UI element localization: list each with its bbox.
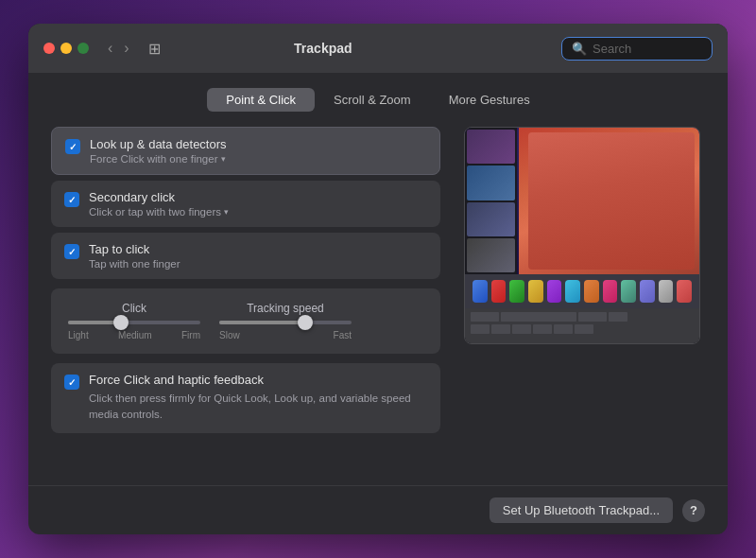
content-area: Point & Click Scroll & Zoom More Gesture… <box>28 73 728 485</box>
force-click-text: Force Click and haptic feedback Click th… <box>89 373 427 424</box>
sliders-section: Click Light Medium Firm Tracki <box>51 288 440 354</box>
click-slider-mid-label: Medium <box>118 330 152 340</box>
dock-bar <box>465 274 699 308</box>
main-window: ‹ › ⊞ Trackpad 🔍 Point & Click Scroll & … <box>28 24 728 534</box>
tracking-slider-group: Tracking speed Slow Fast <box>219 302 352 340</box>
bottom-bar: Set Up Bluetooth Trackpad... ? <box>28 485 728 534</box>
dock-icon-11 <box>659 280 674 303</box>
tracking-slider-fill <box>219 321 305 324</box>
search-input[interactable] <box>593 42 706 56</box>
click-slider-group: Click Light Medium Firm <box>68 302 200 340</box>
dock-icon-5 <box>547 280 562 303</box>
lookup-dropdown-arrow[interactable]: ▾ <box>221 154 226 164</box>
dock-icon-10 <box>640 280 655 303</box>
minimize-button[interactable] <box>60 43 72 54</box>
key-spacebar <box>501 312 576 322</box>
photo-grid-sidebar <box>465 128 517 274</box>
tab-bar: Point & Click Scroll & Zoom More Gesture… <box>51 88 705 112</box>
dock-icon-4 <box>528 280 543 303</box>
lookup-option-text: Look up & data detectors Force Click wit… <box>90 137 227 165</box>
tracking-slider-labels: Slow Fast <box>219 330 352 340</box>
click-slider-thumb[interactable] <box>113 315 129 330</box>
fullscreen-button[interactable] <box>77 43 89 54</box>
click-slider-labels: Light Medium Firm <box>68 330 200 340</box>
secondary-click-option-title: Secondary click <box>89 190 229 204</box>
key-6 <box>575 324 593 334</box>
key-1 <box>471 324 490 334</box>
dock-icon-8 <box>603 280 618 303</box>
lookup-checkbox[interactable] <box>65 139 80 154</box>
keyboard-row-2 <box>471 324 694 334</box>
force-click-title: Force Click and haptic feedback <box>89 373 427 387</box>
tap-to-click-option-text: Tap to click Tap with one finger <box>89 242 180 270</box>
click-slider-label: Click <box>122 302 146 315</box>
dock-icon-6 <box>565 280 580 303</box>
setup-bluetooth-button[interactable]: Set Up Bluetooth Trackpad... <box>490 497 673 523</box>
tab-scroll-zoom[interactable]: Scroll & Zoom <box>315 88 430 112</box>
dock-icon-7 <box>584 280 599 303</box>
keyboard-area <box>465 308 699 344</box>
photo-faces <box>528 132 695 270</box>
tracking-slider-track[interactable] <box>219 321 352 324</box>
lookup-option-title: Look up & data detectors <box>90 137 227 151</box>
secondary-click-option-subtitle: Click or tap with two fingers ▾ <box>89 206 229 218</box>
search-icon: 🔍 <box>572 42 587 56</box>
tab-point-click[interactable]: Point & Click <box>207 88 315 112</box>
photo-thumb-3 <box>467 202 515 236</box>
close-button[interactable] <box>43 43 55 54</box>
force-click-description: Click then press firmly for Quick Look, … <box>89 391 427 424</box>
photo-thumb-1 <box>467 130 515 164</box>
tap-to-click-checkbox[interactable] <box>64 244 79 259</box>
force-click-section[interactable]: Force Click and haptic feedback Click th… <box>51 363 440 433</box>
dock-icon-12 <box>677 280 692 303</box>
tracking-slider-min-label: Slow <box>219 330 240 340</box>
main-photo <box>519 128 699 274</box>
key-3 <box>512 324 531 334</box>
keyboard-row-1 <box>471 312 694 322</box>
dock-icon-3 <box>509 280 524 303</box>
key-2 <box>491 324 510 334</box>
key-command-2 <box>578 312 607 322</box>
tap-to-click-option-row[interactable]: Tap to click Tap with one finger <box>51 233 440 279</box>
right-panel <box>459 127 705 470</box>
secondary-click-option-text: Secondary click Click or tap with two fi… <box>89 190 229 218</box>
dock-icon-1 <box>472 280 488 303</box>
main-layout: Look up & data detectors Force Click wit… <box>51 127 705 470</box>
search-bar[interactable]: 🔍 <box>561 37 713 61</box>
tracking-slider-thumb[interactable] <box>298 315 313 330</box>
titlebar: ‹ › ⊞ Trackpad 🔍 <box>28 24 728 73</box>
secondary-click-checkbox[interactable] <box>64 192 79 207</box>
key-command-1 <box>471 312 499 322</box>
dock-icon-2 <box>491 280 507 303</box>
lookup-option-subtitle: Force Click with one finger ▾ <box>90 153 227 165</box>
click-slider-track[interactable] <box>68 321 200 324</box>
preview-keyboard-area <box>465 274 699 344</box>
photo-thumb-2 <box>467 166 515 200</box>
lookup-option-row[interactable]: Look up & data detectors Force Click wit… <box>51 127 440 175</box>
window-title: Trackpad <box>96 41 550 56</box>
tap-to-click-option-title: Tap to click <box>89 242 180 256</box>
force-click-checkbox[interactable] <box>64 375 79 390</box>
preview-screen <box>465 128 699 274</box>
dock-icon-9 <box>621 280 636 303</box>
click-slider-max-label: Firm <box>181 330 200 340</box>
tab-more-gestures[interactable]: More Gestures <box>430 88 549 112</box>
macbook-preview-image <box>464 127 700 344</box>
tracking-slider-max-label: Fast <box>334 330 352 340</box>
tap-to-click-option-subtitle: Tap with one finger <box>89 258 180 270</box>
secondary-click-option-row[interactable]: Secondary click Click or tap with two fi… <box>51 181 440 227</box>
traffic-lights <box>43 43 89 54</box>
key-5 <box>554 324 573 334</box>
key-4 <box>533 324 552 334</box>
help-button[interactable]: ? <box>682 499 705 522</box>
key-option <box>609 312 627 322</box>
photo-thumb-4 <box>467 238 515 272</box>
secondary-click-dropdown-arrow[interactable]: ▾ <box>224 207 229 217</box>
left-panel: Look up & data detectors Force Click wit… <box>51 127 440 470</box>
click-slider-min-label: Light <box>68 330 89 340</box>
tracking-slider-label: Tracking speed <box>247 302 324 315</box>
